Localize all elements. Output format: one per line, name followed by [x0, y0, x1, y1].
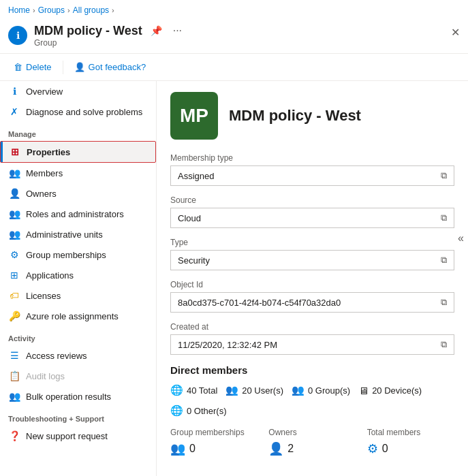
sidebar-item-label: Owners: [26, 189, 57, 199]
delete-label: Delete: [26, 62, 52, 72]
properties-icon: ⊞: [9, 146, 21, 157]
sidebar-item-label: Access reviews: [26, 351, 87, 361]
summary-value-total-members: ⚙ 0: [367, 441, 454, 456]
field-label-membership-type: Membership type: [170, 153, 454, 163]
users-icon: 👥: [225, 384, 238, 396]
sidebar-item-bulk-ops[interactable]: 👥 Bulk operation results: [0, 386, 156, 407]
summary-label-total-members: Total members: [367, 428, 454, 437]
members-icon: 👥: [8, 168, 20, 178]
field-membership-type: Membership type Assigned ⧉: [170, 153, 454, 186]
page-header: ℹ MDM policy - West 📌 ··· Group ✕: [0, 20, 468, 54]
more-button[interactable]: ···: [170, 23, 185, 38]
direct-members-title: Direct members: [170, 364, 454, 376]
stat-users-value: 20 User(s): [242, 385, 283, 396]
breadcrumb-home[interactable]: Home: [8, 5, 30, 15]
breadcrumb-groups[interactable]: Groups: [38, 5, 65, 15]
field-label-object-id: Object Id: [170, 280, 454, 289]
copy-source-button[interactable]: ⧉: [441, 212, 447, 223]
sidebar-item-support[interactable]: ❓ New support request: [0, 426, 156, 446]
feedback-button[interactable]: 👤 Got feedback?: [69, 59, 152, 75]
field-value-membership-type: Assigned: [178, 171, 435, 181]
sidebar-item-access-reviews[interactable]: ☰ Access reviews: [0, 345, 156, 366]
sidebar-item-label: Administrative units: [26, 229, 103, 240]
summary-value-owners: 👤 2: [268, 441, 356, 456]
summary-label-owners: Owners: [268, 428, 356, 437]
header-info-icon: ℹ: [8, 26, 27, 45]
stat-total: 🌐 40 Total: [170, 384, 217, 396]
copy-membership-type-button[interactable]: ⧉: [441, 170, 447, 181]
summary-num-total-members: 0: [382, 443, 388, 455]
diagnose-icon: ✗: [8, 106, 20, 117]
sidebar-section-activity: Activity: [0, 326, 156, 345]
sidebar-item-label: Azure role assignments: [26, 311, 119, 321]
group-header: MP MDM policy - West: [170, 92, 454, 140]
sidebar-item-label: Licenses: [26, 291, 61, 301]
field-object-id: Object Id 8a0cd375-c701-42f4-b074-c54f70…: [170, 280, 454, 313]
main-area: « ℹ Overview ✗ Diagnose and solve proble…: [0, 81, 468, 476]
licenses-icon: 🏷: [8, 290, 20, 301]
sidebar-item-audit-logs[interactable]: 📋 Audit logs: [0, 366, 156, 386]
stat-groups: 👥 0 Group(s): [292, 384, 350, 396]
stat-devices-value: 20 Device(s): [372, 385, 422, 396]
summary-grid: Group memberships 👥 0 Owners 👤 2 Total m…: [170, 428, 454, 456]
owners-icon: 👤: [8, 188, 20, 199]
copy-type-button[interactable]: ⧉: [441, 255, 447, 266]
delete-button[interactable]: 🗑 Delete: [8, 59, 57, 75]
sidebar-item-label: Diagnose and solve problems: [26, 107, 142, 117]
field-label-type: Type: [170, 238, 454, 247]
group-name: MDM policy - West: [229, 107, 361, 125]
admin-units-icon: 👥: [8, 229, 20, 240]
group-memberships-icon: ⚙: [8, 249, 20, 260]
main-content: MP MDM policy - West Membership type Ass…: [157, 81, 468, 476]
stat-groups-value: 0 Group(s): [308, 385, 350, 396]
field-value-type: Security: [178, 255, 435, 266]
copy-created-at-button[interactable]: ⧉: [441, 339, 447, 350]
sidebar-item-label: Applications: [26, 270, 74, 281]
delete-icon: 🗑: [14, 62, 22, 72]
field-value-created-at: 11/25/2020, 12:32:42 PM: [178, 340, 435, 350]
breadcrumb: Home › Groups › All groups ›: [0, 0, 468, 20]
summary-icon-owners: 👤: [268, 441, 283, 456]
sidebar: « ℹ Overview ✗ Diagnose and solve proble…: [0, 81, 157, 476]
sidebar-item-roles[interactable]: 👥 Roles and administrators: [0, 204, 156, 224]
stat-others-value: 0 Other(s): [187, 406, 227, 416]
stat-others: 🌐 0 Other(s): [170, 404, 227, 417]
sidebar-item-label: Audit logs: [26, 371, 65, 381]
sidebar-item-diagnose[interactable]: ✗ Diagnose and solve problems: [0, 101, 156, 122]
field-value-object-id: 8a0cd375-c701-42f4-b074-c54f70a32da0: [178, 298, 435, 308]
sidebar-item-licenses[interactable]: 🏷 Licenses: [0, 285, 156, 306]
sidebar-item-admin-units[interactable]: 👥 Administrative units: [0, 224, 156, 244]
field-label-source: Source: [170, 195, 454, 205]
close-button[interactable]: ✕: [451, 26, 460, 39]
sidebar-item-label: Group memberships: [26, 250, 106, 260]
roles-icon: 👥: [8, 208, 20, 219]
summary-num-group-memberships: 0: [189, 443, 196, 455]
sidebar-item-overview[interactable]: ℹ Overview: [0, 81, 156, 101]
breadcrumb-sep-2: ›: [67, 6, 70, 14]
field-value-source: Cloud: [178, 213, 435, 223]
pin-button[interactable]: 📌: [148, 24, 165, 37]
field-input-membership-type: Assigned ⧉: [170, 165, 454, 186]
sidebar-item-azure-roles[interactable]: 🔑 Azure role assignments: [0, 306, 156, 326]
field-label-created-at: Created at: [170, 322, 454, 332]
stat-total-value: 40 Total: [187, 385, 217, 396]
sidebar-section-manage: Manage: [0, 122, 156, 141]
sidebar-item-owners[interactable]: 👤 Owners: [0, 183, 156, 204]
summary-label-group-memberships: Group memberships: [170, 428, 258, 437]
support-icon: ❓: [8, 430, 20, 441]
breadcrumb-sep-1: ›: [33, 6, 35, 14]
summary-card-total-members: Total members ⚙ 0: [367, 428, 454, 456]
breadcrumb-all-groups[interactable]: All groups: [73, 5, 109, 15]
sidebar-item-properties[interactable]: ⊞ Properties: [0, 141, 156, 163]
summary-icon-total-members: ⚙: [367, 441, 378, 456]
field-input-object-id: 8a0cd375-c701-42f4-b074-c54f70a32da0 ⧉: [170, 292, 454, 313]
sidebar-item-members[interactable]: 👥 Members: [0, 163, 156, 183]
breadcrumb-sep-3: ›: [112, 6, 114, 14]
sidebar-item-label: New support request: [26, 431, 108, 441]
copy-object-id-button[interactable]: ⧉: [441, 297, 447, 308]
header-title-row: MDM policy - West 📌 ···: [34, 23, 451, 38]
sidebar-item-group-memberships[interactable]: ⚙ Group memberships: [0, 244, 156, 265]
field-type: Type Security ⧉: [170, 238, 454, 270]
field-created-at: Created at 11/25/2020, 12:32:42 PM ⧉: [170, 322, 454, 355]
sidebar-item-applications[interactable]: ⊞ Applications: [0, 265, 156, 285]
